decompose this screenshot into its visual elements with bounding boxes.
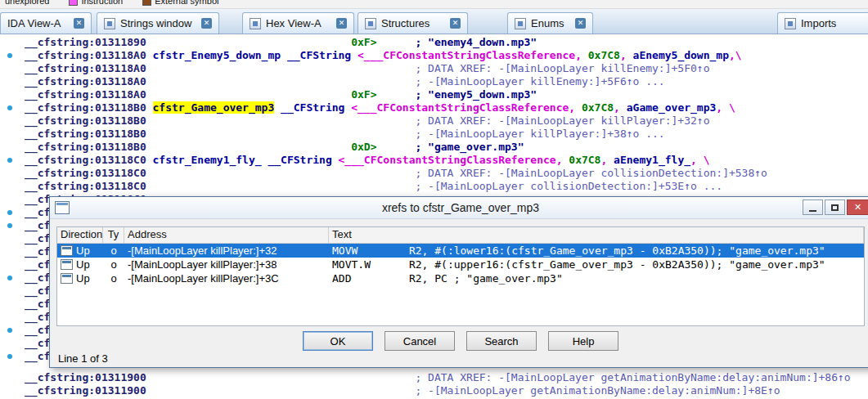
xref-type: o (103, 244, 124, 258)
xref-text: ADD R2, PC ; "game_over.mp3" (329, 271, 864, 285)
close-icon: ✕ (854, 202, 861, 213)
highlighted-name[interactable]: cfstr_Game_over_mp3 (153, 101, 275, 114)
hex-view-icon (250, 18, 261, 29)
column-header-ty[interactable]: Ty (103, 227, 124, 243)
xref-direction: Up (76, 258, 90, 271)
legend-item-unexplored: unexplored (5, 0, 49, 6)
tab-strings-window[interactable]: Strings window✕ (97, 12, 219, 34)
tab-label: Enums (531, 17, 570, 29)
xref-address: -[MainLoopLayer killPlayer:]+38 (124, 258, 329, 271)
xref-address: -[MainLoopLayer killPlayer:]+32 (124, 244, 329, 258)
xref-dot-icon (7, 354, 12, 359)
tab-enums[interactable]: Enums✕ (507, 12, 593, 34)
disasm-line[interactable]: __cfstring:013118B0 0xD> ; "game_over.mp… (0, 141, 868, 154)
strings-window-icon (104, 18, 115, 29)
column-header-direction[interactable]: Direction (57, 227, 103, 243)
xref-dot-icon (7, 210, 12, 215)
tab-label: Structures (381, 17, 445, 29)
cancel-button[interactable]: Cancel (385, 331, 455, 351)
xref-dot-icon (7, 276, 12, 280)
tab-close-icon[interactable]: ✕ (74, 18, 84, 29)
ok-button[interactable]: OK (303, 331, 373, 351)
disasm-line[interactable]: __cfstring:013118B0 ; -[MainLoopLayer ki… (0, 128, 868, 141)
structures-icon (365, 18, 376, 29)
xref-row[interactable]: Upo-[MainLoopLayer killPlayer:]+3CADD R2… (57, 271, 864, 285)
disasm-line[interactable]: __cfstring:013118B0 ; DATA XREF: -[MainL… (0, 114, 868, 128)
xref-type: o (103, 258, 124, 271)
status-line: Line 1 of 3 (58, 352, 108, 365)
xref-item-icon (61, 245, 73, 256)
legend-label: Instruction (81, 0, 123, 6)
tab-label: Imports (801, 17, 868, 29)
tab-structures[interactable]: Structures✕ (358, 12, 468, 34)
xref-row[interactable]: Upo-[MainLoopLayer killPlayer:]+32MOVW R… (57, 244, 864, 258)
minimize-button[interactable] (803, 200, 823, 215)
xref-text: MOVT.W R2, #(:upper16:(cfstr_Game_over_m… (329, 258, 864, 271)
minimize-icon (809, 210, 816, 212)
tab-label: Strings window (120, 17, 196, 29)
tab-close-icon[interactable]: ✕ (450, 18, 461, 29)
xref-text: MOVW R2, #(:lower16:(cfstr_Game_over_mp3… (329, 244, 864, 258)
disasm-line[interactable]: __cfstring:013118A0 0xF> ; "enemy5_down.… (0, 88, 868, 101)
maximize-icon (831, 204, 839, 211)
tab-ida-view-a[interactable]: IDA View-A✕ (0, 12, 92, 34)
imports-icon (785, 18, 796, 29)
xref-item-icon (61, 273, 73, 284)
legend-swatch-instruction (69, 0, 78, 6)
column-header-address[interactable]: Address (124, 227, 329, 243)
xref-table: DirectionTyAddressText Upo-[MainLoopLaye… (56, 226, 865, 326)
legend-item-instruction: Instruction (69, 0, 123, 6)
dialog-title: xrefs to cfstr_Game_over_mp3 (50, 201, 868, 214)
legend-label: External symbol (155, 0, 218, 6)
disasm-line[interactable]: __cfstring:013118C0 cfstr_Enemy1_fly_ __… (0, 154, 868, 167)
disasm-line[interactable]: __cfstring:013118A0 ; -[MainLoopLayer ki… (0, 75, 868, 88)
close-button[interactable]: ✕ (847, 200, 868, 215)
xref-direction: Up (76, 244, 90, 257)
xref-dot-icon (7, 158, 12, 163)
disasm-line[interactable]: __cfstring:013118C0 ; DATA XREF: -[MainL… (0, 167, 868, 180)
xrefs-dialog: xrefs to cfstr_Game_over_mp3 ✕ Direction… (49, 196, 868, 368)
enums-icon (515, 18, 526, 29)
maximize-button[interactable] (825, 200, 845, 215)
xref-row[interactable]: Upo-[MainLoopLayer killPlayer:]+38MOVT.W… (57, 258, 864, 271)
xref-table-header: DirectionTyAddressText (57, 227, 864, 244)
disasm-line[interactable]: __cfstring:013118B0 cfstr_Game_over_mp3 … (0, 101, 868, 114)
tab-label: IDA View-A (7, 17, 69, 29)
disasm-line[interactable]: __cfstring:01311900 ; -[MainLoopLayer ge… (0, 384, 868, 397)
tab-hex-view-a[interactable]: Hex View-A✕ (242, 12, 354, 34)
xref-item-icon (61, 259, 73, 270)
xref-dot-icon (7, 328, 12, 333)
dialog-titlebar[interactable]: xrefs to cfstr_Game_over_mp3 ✕ (50, 197, 868, 219)
legend-swatch-external-symbol (142, 0, 151, 6)
disasm-line[interactable]: __cfstring:01311900 ; DATA XREF: -[MainL… (0, 371, 868, 384)
disasm-line[interactable]: __cfstring:01311890 0xF> ; "enemy4_down.… (0, 36, 868, 49)
legend-bar: unexploredInstructionExternal symbol (0, 0, 868, 9)
xref-dot-icon (7, 105, 12, 110)
dialog-icon (55, 201, 70, 214)
xref-type: o (103, 271, 124, 285)
xref-dot-icon (7, 223, 12, 228)
tab-label: Hex View-A (266, 17, 331, 29)
disasm-line[interactable]: __cfstring:013118A0 ; DATA XREF: -[MainL… (0, 62, 868, 75)
tab-close-icon[interactable]: ✕ (201, 18, 212, 29)
legend-label: unexplored (5, 0, 49, 6)
disasm-line[interactable]: __cfstring:013118C0 ; -[MainLoopLayer co… (0, 180, 868, 193)
help-button[interactable]: Help (548, 331, 618, 351)
tab-close-icon[interactable]: ✕ (336, 18, 347, 29)
xref-dot-icon (7, 53, 12, 58)
xref-direction: Up (76, 272, 90, 285)
legend-item-external-symbol: External symbol (142, 0, 218, 6)
tab-close-icon[interactable]: ✕ (575, 18, 586, 29)
search-button[interactable]: Search (466, 331, 537, 351)
tab-bar: IDA View-A✕Strings window✕Hex View-A✕Str… (0, 9, 868, 34)
column-header-text[interactable]: Text (329, 227, 864, 243)
xref-address: -[MainLoopLayer killPlayer:]+3C (124, 271, 329, 285)
disasm-line[interactable]: __cfstring:013118A0 cfstr_Enemy5_down_mp… (0, 49, 868, 62)
tab-imports[interactable]: Imports (777, 12, 868, 34)
